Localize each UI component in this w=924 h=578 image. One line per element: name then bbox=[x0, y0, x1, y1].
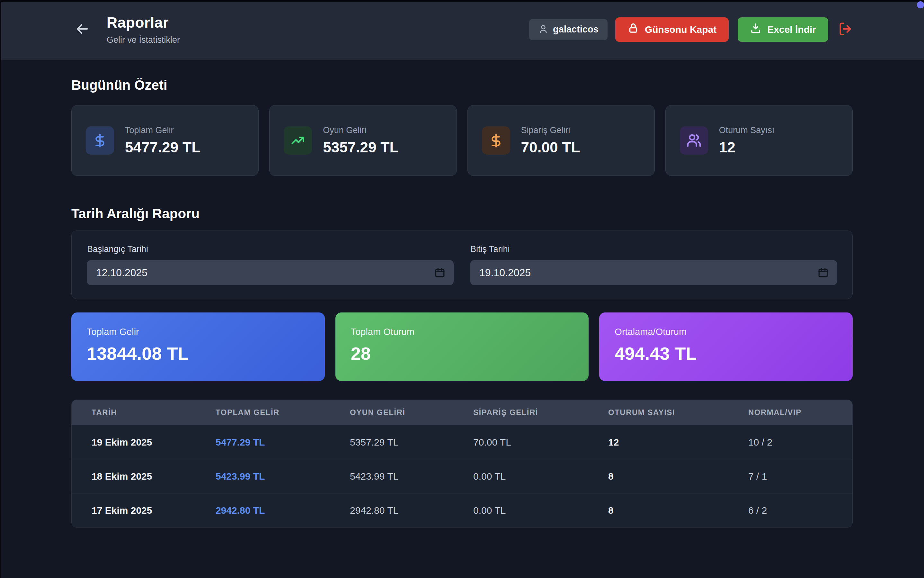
summary-card-label: Toplam Gelir bbox=[125, 125, 201, 135]
cell-date: 18 Ekim 2025 bbox=[92, 471, 215, 482]
date-range-panel: Başlangıç Tarihi Bitiş Tarihi bbox=[71, 231, 853, 299]
cell-order-revenue: 0.00 TL bbox=[473, 505, 608, 516]
cell-game-revenue: 2942.80 TL bbox=[350, 505, 473, 516]
table-row: 19 Ekim 2025 5477.29 TL 5357.29 TL 70.00… bbox=[72, 425, 852, 459]
summary-card-label: Sipariş Geliri bbox=[521, 125, 580, 135]
cell-order-revenue: 70.00 TL bbox=[473, 437, 608, 448]
close-day-label: Günsonu Kapat bbox=[645, 24, 717, 35]
total-card-value: 28 bbox=[351, 343, 573, 364]
total-card-label: Toplam Gelir bbox=[87, 326, 309, 337]
top-bar-inner: Raporlar Gelir ve İstatistikler galactic… bbox=[71, 14, 853, 45]
cell-date: 19 Ekim 2025 bbox=[92, 437, 215, 448]
table-header-date: TARİH bbox=[92, 408, 215, 417]
cell-normal-vip: 10 / 2 bbox=[748, 437, 852, 448]
start-date-input-wrap bbox=[87, 260, 454, 285]
cell-game-revenue: 5423.99 TL bbox=[350, 471, 473, 482]
close-day-button[interactable]: Günsonu Kapat bbox=[615, 17, 729, 42]
users-icon bbox=[680, 126, 708, 154]
summary-card-label: Oyun Geliri bbox=[323, 125, 398, 135]
cell-session-count: 12 bbox=[608, 437, 748, 448]
summary-card-value: 70.00 TL bbox=[521, 138, 580, 156]
summary-card-text: Sipariş Geliri 70.00 TL bbox=[521, 125, 580, 156]
user-chip[interactable]: galacticos bbox=[529, 19, 608, 40]
cell-order-revenue: 0.00 TL bbox=[473, 471, 608, 482]
table-header-row: TARİH TOPLAM GELİR OYUN GELİRİ SİPARİŞ G… bbox=[72, 400, 852, 425]
username: galacticos bbox=[553, 24, 599, 35]
today-summary-heading: Bugünün Özeti bbox=[71, 78, 853, 93]
summary-card-label: Oturum Sayısı bbox=[719, 125, 775, 135]
arrow-left-icon bbox=[74, 21, 91, 38]
dollar-icon bbox=[482, 126, 510, 154]
download-icon bbox=[750, 23, 761, 36]
start-date-input[interactable] bbox=[87, 260, 454, 285]
excel-download-button[interactable]: Excel İndir bbox=[738, 17, 828, 42]
cell-normal-vip: 6 / 2 bbox=[748, 505, 852, 516]
table-row: 17 Ekim 2025 2942.80 TL 2942.80 TL 0.00 … bbox=[72, 493, 852, 527]
summary-card-value: 5357.29 TL bbox=[323, 138, 398, 156]
total-revenue-card: Toplam Gelir 13844.08 TL bbox=[71, 312, 325, 381]
summary-card-order-revenue: Sipariş Geliri 70.00 TL bbox=[468, 105, 655, 176]
total-card-value: 494.43 TL bbox=[615, 343, 837, 364]
logout-button[interactable] bbox=[838, 21, 853, 37]
cell-total-revenue: 5477.29 TL bbox=[215, 437, 350, 448]
calendar-icon[interactable] bbox=[818, 267, 829, 278]
summary-card-text: Toplam Gelir 5477.29 TL bbox=[125, 125, 201, 156]
total-card-label: Toplam Oturum bbox=[351, 326, 573, 337]
summary-card-session-count: Oturum Sayısı 12 bbox=[665, 105, 853, 176]
cell-date: 17 Ekim 2025 bbox=[92, 505, 215, 516]
range-totals-row: Toplam Gelir 13844.08 TL Toplam Oturum 2… bbox=[71, 312, 853, 381]
summary-cards-row: Toplam Gelir 5477.29 TL Oyun Geliri 5357… bbox=[71, 105, 853, 176]
excel-download-label: Excel İndir bbox=[767, 24, 816, 35]
table-header-total-revenue: TOPLAM GELİR bbox=[215, 408, 350, 417]
summary-card-value: 12 bbox=[719, 138, 775, 156]
user-icon bbox=[538, 24, 549, 36]
total-card-value: 13844.08 TL bbox=[87, 343, 309, 364]
window-left-edge bbox=[0, 0, 1, 578]
cell-game-revenue: 5357.29 TL bbox=[350, 437, 473, 448]
table-header-normal-vip: NORMAL/VIP bbox=[748, 408, 852, 417]
page-title: Raporlar bbox=[107, 14, 180, 31]
cell-session-count: 8 bbox=[608, 471, 748, 482]
summary-card-value: 5477.29 TL bbox=[125, 138, 201, 156]
dollar-icon bbox=[86, 126, 114, 154]
total-card-label: Ortalama/Oturum bbox=[615, 326, 837, 337]
summary-card-text: Oyun Geliri 5357.29 TL bbox=[323, 125, 398, 156]
calendar-icon[interactable] bbox=[434, 267, 445, 278]
logout-icon bbox=[838, 21, 853, 37]
end-date-input-wrap bbox=[470, 260, 837, 285]
table-header-order-revenue: SİPARİŞ GELİRİ bbox=[473, 408, 608, 417]
end-date-label: Bitiş Tarihi bbox=[470, 244, 837, 254]
top-bar: Raporlar Gelir ve İstatistikler galactic… bbox=[0, 0, 924, 60]
cell-total-revenue: 2942.80 TL bbox=[215, 505, 350, 516]
start-date-field-group: Başlangıç Tarihi bbox=[87, 244, 454, 285]
start-date-label: Başlangıç Tarihi bbox=[87, 244, 454, 254]
table-header-game-revenue: OYUN GELİRİ bbox=[350, 408, 473, 417]
lock-icon bbox=[628, 23, 639, 36]
total-sessions-card: Toplam Oturum 28 bbox=[335, 312, 589, 381]
cell-session-count: 8 bbox=[608, 505, 748, 516]
end-date-input[interactable] bbox=[470, 260, 837, 285]
cell-normal-vip: 7 / 1 bbox=[748, 471, 852, 482]
end-date-field-group: Bitiş Tarihi bbox=[470, 244, 837, 285]
title-block: Raporlar Gelir ve İstatistikler bbox=[107, 14, 180, 45]
table-header-session-count: OTURUM SAYISI bbox=[608, 408, 748, 417]
daily-report-table: TARİH TOPLAM GELİR OYUN GELİRİ SİPARİŞ G… bbox=[71, 399, 853, 528]
window-top-edge bbox=[0, 0, 924, 2]
summary-card-text: Oturum Sayısı 12 bbox=[719, 125, 775, 156]
page-subtitle: Gelir ve İstatistikler bbox=[107, 35, 180, 45]
back-button[interactable] bbox=[71, 18, 93, 41]
main-content: Bugünün Özeti Toplam Gelir 5477.29 TL Oy… bbox=[71, 78, 853, 528]
summary-card-total-revenue: Toplam Gelir 5477.29 TL bbox=[71, 105, 259, 176]
date-range-heading: Tarih Aralığı Raporu bbox=[71, 206, 853, 221]
summary-card-game-revenue: Oyun Geliri 5357.29 TL bbox=[269, 105, 456, 176]
table-row: 18 Ekim 2025 5423.99 TL 5423.99 TL 0.00 … bbox=[72, 459, 852, 493]
trending-up-icon bbox=[284, 126, 312, 154]
cell-total-revenue: 5423.99 TL bbox=[215, 471, 350, 482]
status-dot bbox=[917, 1, 924, 8]
average-per-session-card: Ortalama/Oturum 494.43 TL bbox=[599, 312, 853, 381]
